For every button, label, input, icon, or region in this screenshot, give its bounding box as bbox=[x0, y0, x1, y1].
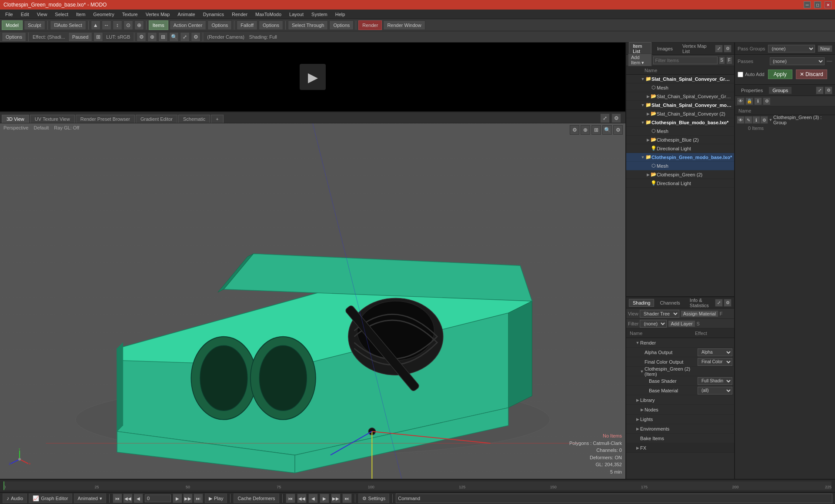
filter-select[interactable]: (none) bbox=[640, 320, 667, 328]
sh-vis-icon[interactable] bbox=[628, 435, 635, 442]
group-row[interactable]: 👁 ✎ ℹ ⚙ ▼ Clothespin_Green (3) : Group bbox=[735, 115, 835, 125]
expand-icon[interactable]: ▶ bbox=[645, 137, 651, 143]
vis-icon[interactable] bbox=[626, 119, 633, 126]
options-btn-3[interactable]: Options bbox=[329, 20, 354, 30]
maximize-btn[interactable]: □ bbox=[814, 1, 821, 8]
sh-expand-icon[interactable] bbox=[644, 378, 649, 384]
falloff-btn[interactable]: Falloff bbox=[237, 20, 257, 30]
expand-icon[interactable]: ▼ bbox=[640, 76, 645, 82]
menu-help[interactable]: Help bbox=[332, 11, 349, 18]
menu-edit[interactable]: Edit bbox=[17, 11, 33, 18]
media-btn-1[interactable]: ⏮ bbox=[286, 494, 295, 503]
sh-expand-icon[interactable]: ▶ bbox=[635, 445, 640, 451]
list-item[interactable]: 💡 Directional Light bbox=[626, 179, 734, 188]
filter-items-input[interactable] bbox=[653, 56, 718, 64]
play-btn[interactable]: ▶ Play bbox=[205, 494, 227, 503]
prev-frame-btn[interactable]: ◀ bbox=[134, 494, 143, 503]
next-frame-btn[interactable]: ▶ bbox=[173, 494, 182, 503]
tab-uv-texture[interactable]: UV Texture View bbox=[30, 115, 75, 123]
grp-settings-icon[interactable]: ⚙ bbox=[763, 97, 771, 105]
zoom-icon[interactable]: 🔍 bbox=[169, 32, 179, 42]
vis-icon[interactable] bbox=[626, 145, 633, 152]
shader-row-final-color[interactable]: Final Color Output Final Color bbox=[626, 357, 734, 367]
list-item[interactable]: ⬡ Mesh bbox=[626, 162, 734, 170]
item-list-expand-icon[interactable]: ⤢ bbox=[715, 45, 723, 53]
vp-expand-icon[interactable]: 🔍 bbox=[602, 125, 612, 135]
vp-zoom-icon[interactable]: ⊕ bbox=[581, 125, 590, 135]
vis-icon-2[interactable] bbox=[633, 180, 640, 187]
item-list-gear-icon[interactable]: ⚙ bbox=[724, 45, 731, 53]
menu-view[interactable]: View bbox=[33, 11, 51, 18]
grp-lock-icon[interactable]: 🔒 bbox=[745, 97, 753, 105]
base-shader-select[interactable]: Full Shading bbox=[698, 377, 732, 385]
list-item[interactable]: ⬡ Mesh bbox=[626, 83, 734, 92]
tab-add[interactable]: + bbox=[211, 115, 223, 123]
grp-expand-icon[interactable]: ▼ bbox=[768, 117, 773, 123]
viewport-3d[interactable]: Perspective Default Ray GL: Off ⚙ ⊕ ⊞ 🔍 … bbox=[0, 123, 625, 479]
sh-vis-icon[interactable] bbox=[628, 339, 635, 346]
sh-vis-icon[interactable] bbox=[628, 387, 635, 394]
action-center-btn[interactable]: Action Center bbox=[170, 20, 207, 30]
settings-btn[interactable]: ⚙ Settings bbox=[358, 494, 390, 503]
vis-icon[interactable] bbox=[626, 162, 633, 169]
animated-btn[interactable]: Animated ▾ bbox=[74, 494, 106, 503]
list-item[interactable]: ▼ 📁 Clothespin_Blue_modo_base.lxo* bbox=[626, 118, 734, 127]
shader-row-base-material[interactable]: Base Material (all) bbox=[626, 386, 734, 395]
discard-btn[interactable]: ✕ Discard bbox=[796, 70, 827, 79]
grp-info-icon[interactable]: ℹ bbox=[754, 97, 762, 105]
sculpt-btn[interactable]: Sculpt bbox=[24, 20, 45, 30]
menu-file[interactable]: File bbox=[2, 11, 17, 18]
menu-select[interactable]: Select bbox=[51, 11, 72, 18]
tab-gradient-editor[interactable]: Gradient Editor bbox=[136, 115, 177, 123]
pass-groups-select[interactable]: (none) bbox=[768, 45, 815, 53]
auto-select-btn[interactable]: ⊡ Auto Select bbox=[50, 20, 86, 30]
groups-expand-icon[interactable]: ⤢ bbox=[816, 86, 824, 94]
shader-row-alpha[interactable]: Alpha Output Alpha bbox=[626, 348, 734, 357]
shader-row-lights[interactable]: ▶ Lights bbox=[626, 414, 734, 424]
vis-icon-2[interactable] bbox=[633, 154, 640, 161]
viewport-gear-icon[interactable]: ⚙ bbox=[611, 113, 621, 123]
tab-channels[interactable]: Channels bbox=[656, 299, 684, 307]
expand-icon[interactable]: ▶ bbox=[645, 94, 651, 99]
render-btn[interactable]: Render bbox=[358, 20, 382, 30]
expand-icon[interactable]: ▶ bbox=[645, 111, 651, 116]
media-btn-5[interactable]: ▶▶ bbox=[331, 494, 341, 503]
tab-schematic[interactable]: Schematic bbox=[178, 115, 210, 123]
model-btn[interactable]: Model bbox=[2, 20, 23, 30]
shading-expand-icon[interactable]: ⤢ bbox=[715, 299, 723, 307]
cache-deformers-btn[interactable]: Cache Deformers bbox=[234, 494, 279, 503]
expand-icon[interactable]: ⤢ bbox=[180, 32, 190, 42]
shader-row-base-shader[interactable]: Base Shader Full Shading bbox=[626, 376, 734, 386]
auto-add-checkbox[interactable] bbox=[738, 72, 743, 77]
add-item-btn[interactable]: Add Item ▾ bbox=[628, 53, 652, 67]
sh-expand-icon[interactable]: ▶ bbox=[635, 426, 640, 431]
list-item[interactable]: ▼ 📁 Clothespin_Green_modo_base.lxo* bbox=[626, 153, 734, 162]
new-pass-btn[interactable] bbox=[826, 60, 832, 62]
grp-info-btn[interactable]: ℹ bbox=[752, 116, 760, 124]
menu-system[interactable]: System bbox=[308, 11, 331, 18]
media-btn-3[interactable]: ◀ bbox=[308, 494, 318, 503]
tab-3d-view[interactable]: 3D View bbox=[2, 115, 29, 123]
timeline-playhead[interactable] bbox=[3, 481, 4, 490]
tab-info-stats[interactable]: Info & Statistics bbox=[686, 296, 713, 309]
base-material-select[interactable]: (all) bbox=[698, 387, 732, 395]
vis-icon-2[interactable] bbox=[633, 171, 640, 178]
expand-icon[interactable]: ▶ bbox=[645, 172, 651, 177]
vis-icon[interactable] bbox=[626, 180, 633, 187]
select-through-btn[interactable]: Select Through bbox=[288, 20, 328, 30]
sh-vis-icon[interactable] bbox=[628, 349, 635, 356]
shader-row-library[interactable]: ▶ Library bbox=[626, 395, 734, 405]
sh-expand-icon[interactable]: ▼ bbox=[639, 369, 645, 374]
menu-geometry[interactable]: Geometry bbox=[90, 11, 117, 18]
go-to-end-btn[interactable]: ⏭ bbox=[194, 494, 203, 503]
vis-icon-2[interactable] bbox=[633, 136, 640, 143]
vis-icon-2[interactable] bbox=[633, 93, 640, 100]
menu-item[interactable]: Item bbox=[73, 11, 89, 18]
shader-row-environments[interactable]: ▶ Environments bbox=[626, 424, 734, 434]
tool-btn-2[interactable]: ↔ bbox=[102, 20, 111, 30]
shader-row-fx[interactable]: ▶ FX bbox=[626, 443, 734, 453]
prev-key-btn[interactable]: ◀◀ bbox=[123, 494, 133, 503]
sh-expand-icon[interactable] bbox=[639, 359, 645, 365]
tab-vertex-map-list[interactable]: Vertex Map List bbox=[678, 42, 713, 55]
media-btn-2[interactable]: ◀◀ bbox=[297, 494, 307, 503]
